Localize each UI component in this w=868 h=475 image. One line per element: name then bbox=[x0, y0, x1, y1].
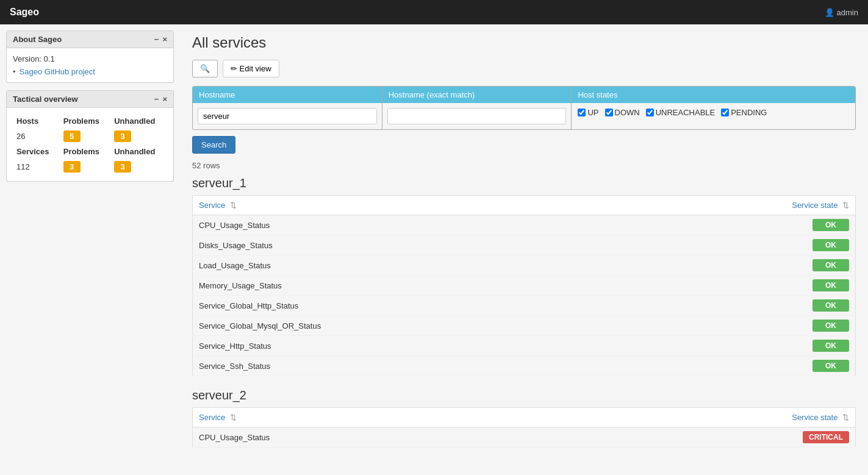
services-unhandled: 3 bbox=[110, 159, 167, 175]
table-row[interactable]: Load_Usage_Status OK bbox=[193, 255, 856, 276]
tactical-panel: Tactical overview − × Hosts Problems Unh… bbox=[6, 90, 174, 182]
table-row[interactable]: CPU_Usage_Status OK bbox=[193, 215, 856, 235]
table-row[interactable]: Memory_Usage_Status OK bbox=[193, 276, 856, 296]
table-row[interactable]: CPU_Usage_Status CRITICAL bbox=[193, 427, 856, 448]
hostname-exact-filter-label: Hostname (exact match) bbox=[382, 87, 572, 103]
service-col-header[interactable]: Service ⇅ bbox=[193, 408, 554, 427]
table-row[interactable]: Service_Ssh_Status OK bbox=[193, 356, 856, 376]
state-up-checkbox[interactable] bbox=[578, 109, 586, 116]
tactical-panel-controls[interactable]: − × bbox=[154, 95, 167, 104]
tactical-panel-title: Tactical overview bbox=[13, 95, 78, 104]
service-name: Service_Global_Mysql_OR_Status bbox=[193, 316, 629, 336]
minimize-icon[interactable]: − bbox=[154, 35, 159, 44]
user-menu[interactable]: admin bbox=[825, 8, 858, 17]
state-badge: OK bbox=[812, 299, 849, 312]
hosts-count: 26 bbox=[13, 128, 60, 145]
search-toggle-button[interactable]: 🔍 bbox=[192, 60, 218, 77]
tactical-table: Hosts Problems Unhandled 26 5 3 Services bbox=[13, 114, 167, 175]
service-sort-icon[interactable]: ⇅ bbox=[230, 413, 237, 422]
state-badge: OK bbox=[812, 360, 849, 372]
service-state: OK bbox=[629, 316, 856, 336]
service-name: Service_Ssh_Status bbox=[193, 356, 629, 376]
table-row[interactable]: Disks_Usage_Status OK bbox=[193, 235, 856, 255]
state-badge: OK bbox=[812, 219, 849, 231]
service-name: Load_Usage_Status bbox=[193, 255, 629, 276]
service-name: Service_Http_Status bbox=[193, 336, 629, 356]
panel-controls[interactable]: − × bbox=[154, 35, 167, 44]
service-table: Service ⇅ Service state ⇅ CPU_Usage_Stat… bbox=[192, 407, 856, 448]
about-panel-title: About Sageo bbox=[13, 35, 62, 44]
page-title: All services bbox=[192, 34, 856, 51]
state-col-label: Service state bbox=[792, 201, 838, 210]
hostname-input[interactable] bbox=[198, 108, 377, 124]
tactical-panel-header: Tactical overview − × bbox=[7, 91, 173, 108]
state-col-header[interactable]: Service state ⇅ bbox=[629, 196, 856, 215]
table-row[interactable]: Service_Http_Status OK bbox=[193, 336, 856, 356]
state-badge: OK bbox=[812, 320, 849, 332]
service-state: OK bbox=[629, 235, 856, 255]
tactical-col-problems: Problems bbox=[60, 114, 110, 128]
services-count: 112 bbox=[13, 159, 60, 175]
app-brand: Sageo bbox=[10, 7, 39, 18]
service-table: Service ⇅ Service state ⇅ CPU_Usage_Stat… bbox=[192, 195, 856, 376]
sidebar: About Sageo − × Version: 0.1 Sageo GitHu… bbox=[0, 24, 180, 475]
service-col-label: Service bbox=[199, 201, 225, 210]
table-row[interactable]: Service_Global_Http_Status OK bbox=[193, 296, 856, 316]
search-button[interactable]: Search bbox=[192, 136, 235, 154]
host-groups-container: serveur_1 Service ⇅ Service state ⇅ CPU_… bbox=[192, 176, 856, 448]
service-state: OK bbox=[629, 336, 856, 356]
state-sort-icon[interactable]: ⇅ bbox=[842, 413, 849, 422]
state-pending-checkbox[interactable] bbox=[721, 109, 729, 116]
state-down-checkbox[interactable] bbox=[605, 109, 613, 116]
hostname-exact-input[interactable] bbox=[387, 108, 567, 124]
tactical-close-icon[interactable]: × bbox=[162, 95, 167, 104]
service-state: OK bbox=[629, 215, 856, 235]
service-name: CPU_Usage_Status bbox=[193, 215, 629, 235]
state-down-label[interactable]: DOWN bbox=[605, 108, 640, 117]
host-group-name: serveur_1 bbox=[192, 176, 856, 190]
state-col-header[interactable]: Service state ⇅ bbox=[554, 408, 856, 427]
toolbar: 🔍 ✏ Edit view bbox=[192, 60, 856, 77]
rows-count: 52 rows bbox=[192, 161, 856, 170]
tactical-col-svc-unhandled: Unhandled bbox=[110, 145, 167, 159]
tactical-col-svc-problems: Problems bbox=[60, 145, 110, 159]
tactical-col-hosts: Hosts bbox=[13, 114, 60, 128]
tactical-minimize-icon[interactable]: − bbox=[154, 95, 159, 104]
service-name: Memory_Usage_Status bbox=[193, 276, 629, 296]
about-version: Version: 0.1 bbox=[13, 54, 167, 63]
table-row[interactable]: Service_Global_Mysql_OR_Status OK bbox=[193, 316, 856, 336]
host-group-name: serveur_2 bbox=[192, 388, 856, 402]
host-group: serveur_1 Service ⇅ Service state ⇅ CPU_… bbox=[192, 176, 856, 376]
service-sort-icon[interactable]: ⇅ bbox=[230, 201, 237, 210]
hosts-problems: 5 bbox=[60, 128, 110, 145]
state-col-label: Service state bbox=[792, 413, 838, 422]
service-name: CPU_Usage_Status bbox=[193, 427, 554, 448]
service-state: OK bbox=[629, 276, 856, 296]
service-state: OK bbox=[629, 356, 856, 376]
service-state: OK bbox=[629, 296, 856, 316]
host-group: serveur_2 Service ⇅ Service state ⇅ CPU_… bbox=[192, 388, 856, 448]
navbar: Sageo admin bbox=[0, 0, 868, 24]
hostname-filter: Hostname bbox=[193, 87, 382, 129]
host-states-filter-label: Host states bbox=[572, 87, 855, 103]
tactical-services-header-row: Services Problems Unhandled bbox=[13, 145, 167, 159]
state-sort-icon[interactable]: ⇅ bbox=[842, 201, 849, 210]
service-state: OK bbox=[629, 255, 856, 276]
filter-bar: Hostname Hostname (exact match) Host sta… bbox=[192, 86, 856, 130]
about-panel-body: Version: 0.1 Sageo GitHub project bbox=[7, 48, 173, 82]
state-up-label[interactable]: UP bbox=[578, 108, 598, 117]
service-col-header[interactable]: Service ⇅ bbox=[193, 196, 629, 215]
state-unreachable-checkbox[interactable] bbox=[646, 109, 654, 116]
tactical-hosts-row: 26 5 3 bbox=[13, 128, 167, 145]
github-link[interactable]: Sageo GitHub project bbox=[13, 67, 167, 76]
state-pending-label[interactable]: PENDING bbox=[721, 108, 767, 117]
tactical-col-unhandled: Unhandled bbox=[110, 114, 167, 128]
search-icon: 🔍 bbox=[200, 64, 210, 73]
state-badge: CRITICAL bbox=[803, 431, 849, 443]
main-content: All services 🔍 ✏ Edit view Hostname Host… bbox=[180, 24, 868, 475]
state-badge: OK bbox=[812, 239, 849, 251]
state-unreachable-label[interactable]: UNREACHABLE bbox=[646, 108, 716, 117]
close-icon[interactable]: × bbox=[162, 35, 167, 44]
edit-view-button[interactable]: ✏ Edit view bbox=[223, 60, 279, 77]
service-name: Disks_Usage_Status bbox=[193, 235, 629, 255]
